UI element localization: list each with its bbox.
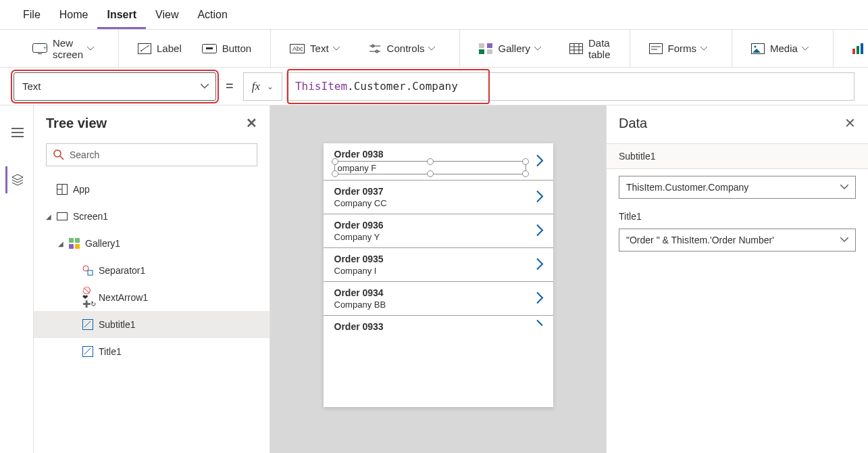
datatable-icon [569, 43, 583, 54]
label-button[interactable]: Label [131, 39, 188, 58]
chevron-down-icon [802, 47, 809, 51]
gallery-tile-icon [69, 238, 80, 249]
data-panel: Data ✕ Subtitle1 ThisItem.Customer.Compa… [606, 105, 868, 453]
fx-button[interactable]: fx ⌄ [243, 72, 282, 101]
svg-rect-38 [57, 213, 68, 220]
menu-view[interactable]: View [146, 0, 188, 29]
tree-label-subtitle1: Subtitle1 [99, 319, 135, 330]
tree-view-title: Tree view [46, 116, 107, 131]
gallery-item-title: Order 0933 [334, 321, 526, 332]
gallery-item[interactable]: Order 0938 ompany F [324, 143, 553, 181]
resize-handle[interactable] [332, 158, 338, 165]
new-screen-button[interactable]: + New screen [26, 33, 106, 64]
controls-icon [368, 43, 382, 54]
menu-action[interactable]: Action [188, 0, 236, 29]
resize-handle[interactable] [332, 170, 338, 177]
subtitle1-value: ThisItem.Customer.Company [626, 182, 748, 193]
text-icon: Abc [290, 44, 305, 53]
svg-rect-29 [861, 43, 863, 54]
search-placeholder: Search [70, 149, 99, 160]
menu-bar: File Home Insert View Action [0, 0, 868, 30]
menu-file[interactable]: File [14, 0, 50, 29]
gallery-item-title: Order 0934 [334, 287, 526, 298]
search-icon [53, 149, 64, 160]
gallery-item[interactable]: Order 0934 Company BB [324, 282, 553, 316]
data-section-title1: Title1 [619, 211, 856, 222]
formula-bar: Text = fx ⌄ ThisItem.Customer.Company [0, 68, 868, 105]
button-button[interactable]: Button [195, 39, 258, 58]
chevron-right-icon[interactable] [536, 189, 544, 205]
media-button[interactable]: Media [744, 39, 821, 58]
close-data-panel[interactable]: ✕ [844, 115, 856, 131]
chevron-right-icon[interactable] [536, 319, 544, 335]
forms-button[interactable]: Forms [642, 39, 720, 58]
formula-input[interactable]: ThisItem.Customer.Company [286, 72, 854, 101]
menu-home[interactable]: Home [50, 0, 98, 29]
button-icon [202, 44, 217, 53]
gallery-button[interactable]: Gallery [472, 39, 553, 58]
subtitle1-value-dropdown[interactable]: ThisItem.Customer.Company [619, 176, 856, 199]
tree-node-gallery1[interactable]: ◢ Gallery1 [34, 230, 270, 257]
chevron-down-icon [534, 47, 541, 51]
tree-label-title1: Title1 [99, 346, 122, 357]
resize-handle[interactable] [427, 170, 434, 177]
svg-text:+: + [43, 45, 47, 51]
rail-tree-view[interactable] [5, 166, 28, 193]
svg-rect-13 [479, 43, 484, 48]
new-screen-label: New screen [53, 37, 83, 60]
gallery-item[interactable]: Order 0937 Company CC [324, 181, 553, 214]
svg-rect-44 [88, 270, 93, 275]
chevron-right-icon[interactable] [536, 223, 544, 239]
tree-node-title1[interactable]: Title1 [34, 338, 270, 365]
chevron-right-icon[interactable] [536, 154, 544, 170]
rail-hamburger[interactable] [5, 119, 28, 146]
title1-value-dropdown[interactable]: "Order " & ThisItem.'Order Number' [619, 229, 856, 252]
property-selector[interactable]: Text [14, 72, 216, 101]
svg-rect-15 [479, 49, 484, 54]
tree-node-nextarrow1[interactable]: 🚫❤➕↻ NextArrow1 [34, 284, 270, 311]
close-tree-view[interactable]: ✕ [246, 115, 257, 131]
canvas[interactable]: Order 0938 ompany F Order 0937 Company C… [270, 105, 606, 453]
property-selector-value: Text [22, 80, 41, 92]
chevron-down-icon [87, 47, 94, 51]
resize-handle[interactable] [427, 158, 434, 165]
svg-rect-27 [852, 49, 855, 54]
ribbon: + New screen Label Button Abc Text Contr… [0, 30, 868, 68]
hamburger-icon [11, 128, 24, 137]
label-label: Label [157, 43, 182, 54]
gallery-icon [479, 43, 492, 54]
resize-handle[interactable] [522, 170, 529, 177]
separator-icon [82, 265, 93, 276]
svg-line-34 [60, 156, 63, 160]
gallery-item[interactable]: Order 0935 Company I [324, 248, 553, 282]
controls-button[interactable]: Controls [361, 39, 448, 58]
gallery-item[interactable]: Order 0936 Company Y [324, 214, 553, 248]
media-label: Media [770, 43, 798, 54]
nextarrow-icon: 🚫❤➕↻ [82, 287, 93, 308]
forms-label: Forms [668, 43, 697, 54]
text-button[interactable]: Abc Text [283, 39, 352, 58]
svg-rect-41 [69, 244, 74, 249]
gallery-item[interactable]: Order 0933 [324, 316, 553, 337]
data-table-button[interactable]: Data table [563, 33, 617, 64]
tree-list: App ◢ Screen1 ◢ Gallery1 Separator1 🚫❤➕↻… [34, 173, 270, 365]
data-table-label: Data table [588, 37, 611, 60]
svg-rect-39 [69, 238, 74, 243]
chart-button[interactable]: Chart [846, 39, 868, 58]
chevron-right-icon[interactable] [536, 257, 544, 272]
tree-node-subtitle1[interactable]: Subtitle1 [34, 311, 270, 338]
svg-rect-17 [569, 43, 582, 53]
tree-label-nextarrow1: NextArrow1 [99, 292, 148, 303]
tree-search-input[interactable]: Search [46, 143, 257, 166]
tree-node-separator1[interactable]: Separator1 [34, 257, 270, 284]
menu-insert[interactable]: Insert [97, 0, 146, 29]
chevron-right-icon[interactable] [536, 291, 544, 306]
resize-handle[interactable] [522, 158, 529, 165]
svg-rect-22 [649, 43, 662, 53]
tree-label-screen1: Screen1 [73, 211, 108, 222]
tree-node-app[interactable]: App [34, 176, 270, 203]
tree-node-screen1[interactable]: ◢ Screen1 [34, 203, 270, 230]
main-area: Tree view ✕ Search App ◢ Screen1 ◢ Galle… [0, 105, 868, 453]
selected-subtitle-control[interactable]: ompany F [334, 161, 526, 174]
gallery-label: Gallery [498, 43, 530, 54]
